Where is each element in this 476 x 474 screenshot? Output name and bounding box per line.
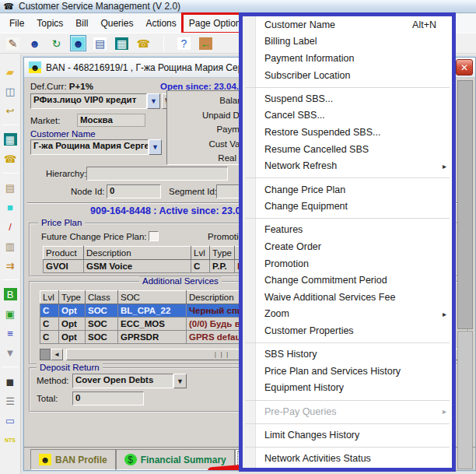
- script-icon[interactable]: ▤: [2, 180, 18, 195]
- total-field[interactable]: 0: [72, 391, 144, 406]
- menu-item-waive-additional-services-fee[interactable]: Waive Additional Services Fee: [243, 289, 452, 306]
- menu-item-create-order[interactable]: Create Order: [243, 238, 452, 255]
- menu-item-features[interactable]: Features: [243, 222, 452, 239]
- menu-item-change-equipment[interactable]: Change Equipment: [243, 198, 452, 215]
- column-header[interactable]: Type: [210, 247, 235, 260]
- column-header[interactable]: Description: [84, 247, 191, 260]
- menu-item-customer-properties[interactable]: Customer Properties: [243, 322, 452, 339]
- menu-item-payment-information[interactable]: Payment Information: [243, 50, 452, 67]
- menu-item-resume-cancelled-sbs[interactable]: Resume Cancelled SBS: [243, 141, 452, 158]
- table-cell[interactable]: ECC_MOS: [118, 318, 187, 331]
- table-cell[interactable]: GSM Voice: [84, 260, 191, 273]
- menubar-item-topics[interactable]: Topics: [30, 14, 69, 33]
- table-cell[interactable]: GVOI: [44, 260, 84, 273]
- phone-icon[interactable]: ☎: [2, 151, 18, 167]
- menu-item-subscriber-location[interactable]: Subscriber Location: [243, 67, 452, 84]
- text-lines-icon[interactable]: ≡: [2, 325, 18, 341]
- window-icon[interactable]: ▭: [2, 413, 18, 428]
- toolbar-separator: [2, 367, 18, 367]
- menu-item-price-plan-and-services-history[interactable]: Price Plan and Services History: [243, 363, 452, 380]
- calculator-icon[interactable]: ▦: [114, 35, 130, 51]
- refresh-icon[interactable]: ↻: [48, 35, 65, 51]
- customer-name-combo[interactable]: Г-жа Рощина Мария Сергеевн: [30, 139, 149, 155]
- table-cell[interactable]: Opt: [59, 304, 86, 318]
- filter-icon[interactable]: ▼: [2, 345, 18, 360]
- menu-item-restore-suspended-sbs-[interactable]: Restore Suspended SBS...: [243, 124, 452, 141]
- menubar-item-queries[interactable]: Queries: [94, 14, 139, 33]
- close-button[interactable]: ✕: [456, 59, 473, 75]
- phone-dial-icon[interactable]: ☎: [135, 35, 152, 51]
- menubar-item-file[interactable]: File: [3, 14, 30, 33]
- toolbar-separator: [163, 36, 164, 51]
- page-options-menu: Customer NameAlt+NBilling LabelPayment I…: [239, 12, 456, 472]
- menubar-item-bill[interactable]: Bill: [69, 14, 94, 33]
- table-cell[interactable]: BL_CPA_22: [118, 304, 187, 318]
- customer-name-dropdown-button[interactable]: ▼: [149, 139, 162, 155]
- menu-item-zoom[interactable]: Zoom▸: [243, 306, 452, 323]
- memo-icon[interactable]: ■: [2, 199, 18, 215]
- print-preview-icon[interactable]: ◫: [2, 83, 18, 99]
- column-header[interactable]: Type: [59, 291, 86, 304]
- menu-item-network-activities-status[interactable]: Network Activities Status: [243, 450, 452, 467]
- column-header[interactable]: Class: [86, 291, 118, 304]
- network-icon[interactable]: ☰: [2, 393, 18, 409]
- green-doc-icon[interactable]: B: [2, 286, 18, 302]
- future-change-label: Future Change Price Plan:: [41, 232, 147, 241]
- market-value: Москва: [77, 114, 145, 127]
- tools-icon[interactable]: /: [2, 219, 18, 234]
- copy-docs-icon[interactable]: ▣: [2, 306, 18, 321]
- clipboard-icon[interactable]: ▥: [2, 238, 18, 254]
- transfer-icon[interactable]: ⇉: [2, 258, 18, 273]
- person-icon[interactable]: ☻: [26, 35, 43, 51]
- open-folder-icon[interactable]: ▰: [2, 64, 18, 79]
- menu-item-billing-label[interactable]: Billing Label: [243, 33, 452, 51]
- table-cell[interactable]: SOC: [86, 318, 118, 331]
- rollback-icon[interactable]: ↩: [2, 103, 18, 118]
- calculator-icon[interactable]: ▦: [2, 132, 18, 147]
- rollback-icon-glyph: ↩: [4, 104, 17, 117]
- table-cell[interactable]: P.P.: [210, 260, 235, 273]
- menu-item-limit-changes-history[interactable]: Limit Changes History: [243, 427, 452, 444]
- menu-item-change-price-plan[interactable]: Change Price Plan: [243, 181, 452, 198]
- table-cell[interactable]: C: [40, 304, 59, 318]
- table-cell[interactable]: C: [40, 318, 59, 331]
- menu-item-label: Pre-Pay Queries: [264, 406, 336, 417]
- column-header[interactable]: Lvl: [191, 247, 210, 260]
- menu-item-customer-name[interactable]: Customer NameAlt+N: [243, 16, 452, 33]
- list-details-icon[interactable]: ▤: [92, 35, 108, 51]
- method-dropdown-button[interactable]: ▼: [173, 374, 187, 388]
- menu-item-equipment-history[interactable]: Equipment History: [243, 380, 452, 397]
- customer-view-icon[interactable]: ☻: [70, 35, 86, 51]
- exit-door-icon[interactable]: ←: [198, 35, 214, 51]
- account-type-dropdown-button[interactable]: ▼: [147, 93, 160, 109]
- table-cell[interactable]: C: [191, 260, 210, 273]
- menu-item-change-commitment-period[interactable]: Change Commitment Period: [243, 272, 452, 289]
- column-header[interactable]: Lvl: [40, 291, 59, 304]
- column-header[interactable]: SOC: [118, 291, 187, 304]
- table-cell[interactable]: SOC: [86, 331, 118, 344]
- scroll-left-button[interactable]: ◄: [51, 349, 63, 360]
- edit-form-icon[interactable]: ✎: [5, 35, 21, 51]
- menubar-item-actions[interactable]: Actions: [139, 14, 182, 33]
- help-icon[interactable]: ?: [176, 35, 192, 51]
- table-cell[interactable]: GPRSDR: [118, 331, 187, 344]
- menu-item-suspend-sbs-[interactable]: Suspend SBS...: [243, 90, 452, 107]
- menu-item-cancel-sbs-[interactable]: Cancel SBS...: [243, 107, 452, 125]
- column-header[interactable]: Product: [44, 247, 84, 260]
- text-lines-icon-glyph: ≡: [4, 327, 17, 339]
- table-cell[interactable]: C: [40, 331, 59, 344]
- table-cell[interactable]: SOC: [86, 304, 118, 318]
- account-type-combo[interactable]: РФиз.лицо VIP0 кредит: [30, 93, 147, 109]
- future-change-checkbox[interactable]: [149, 231, 159, 241]
- hierarchy-field[interactable]: [86, 167, 228, 181]
- tab-ban-profile[interactable]: ☻BAN Profile: [30, 449, 116, 470]
- menu-item-promotion[interactable]: Promotion: [243, 255, 452, 272]
- menu-item-network-refresh[interactable]: Network Refresh▸: [243, 157, 452, 174]
- node-id-field[interactable]: 0: [107, 184, 161, 198]
- table-cell[interactable]: Opt: [59, 331, 86, 344]
- nts-icon[interactable]: NTS: [2, 432, 18, 448]
- method-combo[interactable]: Cover Open Debts: [72, 374, 173, 388]
- save-icon[interactable]: ◼: [2, 374, 18, 389]
- menu-item-sbs-history[interactable]: SBS History: [243, 346, 452, 363]
- table-cell[interactable]: Opt: [59, 318, 86, 331]
